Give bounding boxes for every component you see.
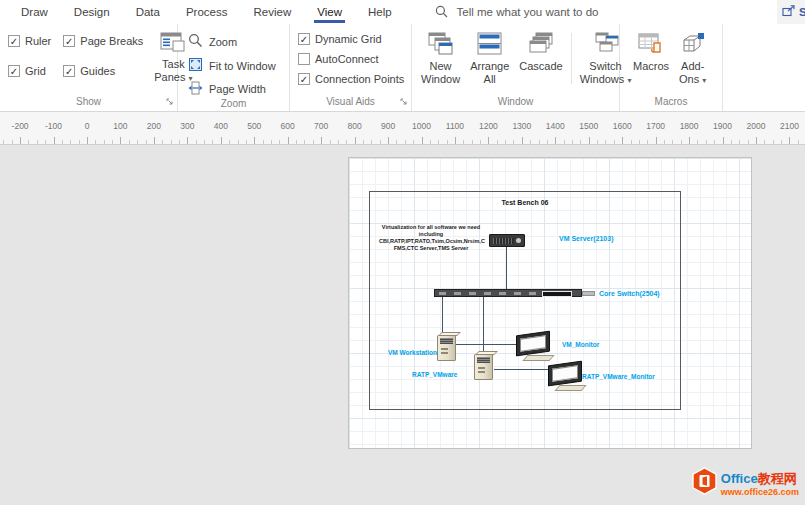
checkbox-connection-points-box[interactable]: ✓ <box>298 73 310 85</box>
drawing-page[interactable]: Test Bench 06 Virtualization for all sof… <box>348 157 752 449</box>
vm-server-shape[interactable] <box>489 234 525 247</box>
ribbon: ✓ Ruler ✓ Grid ✓ Page Breaks ✓ Guides <box>0 24 805 112</box>
ruler-minor-tick <box>70 140 71 144</box>
ruler-tick <box>221 137 222 144</box>
brand-name-blue: Office教程网 <box>721 471 797 486</box>
connector-switch-workstation[interactable] <box>442 297 443 334</box>
diagram-title[interactable]: Test Bench 06 <box>369 199 681 206</box>
label-ratp-vmware[interactable]: RATP_VMware <box>412 371 457 378</box>
tab-process[interactable]: Process <box>173 0 241 24</box>
ruler-minor-tick <box>706 140 707 144</box>
checkbox-ruler-box[interactable]: ✓ <box>8 35 20 47</box>
checkbox-grid[interactable]: ✓ Grid <box>8 64 51 78</box>
checkbox-grid-box[interactable]: ✓ <box>8 65 20 77</box>
tab-help[interactable]: Help <box>355 0 405 24</box>
ruler-minor-tick <box>338 140 339 144</box>
vm-workstation-shape[interactable] <box>437 335 456 361</box>
checkbox-page-breaks[interactable]: ✓ Page Breaks <box>63 34 143 48</box>
ruler-label: 100 <box>113 121 127 131</box>
new-window-button[interactable]: New Window <box>416 28 465 89</box>
tell-me-box[interactable]: Tell me what you want to do <box>435 0 599 24</box>
label-vm-server[interactable]: VM Server(2103) <box>559 235 613 242</box>
checkbox-connection-points[interactable]: ✓ Connection Points <box>298 73 404 85</box>
ruler-minor-tick <box>681 140 682 144</box>
page-width-button[interactable]: Page Width <box>188 81 276 97</box>
ruler-minor-tick <box>731 140 732 144</box>
checkbox-page-breaks-box[interactable]: ✓ <box>63 35 75 47</box>
arrange-all-button[interactable]: Arrange All <box>465 28 514 89</box>
ratp-vmware-monitor-shape[interactable] <box>548 363 586 391</box>
ruler-tick <box>589 137 590 144</box>
arrange-all-label-2: All <box>484 73 496 86</box>
ruler-minor-tick <box>95 140 96 144</box>
ruler-minor-tick <box>12 140 13 144</box>
tab-draw[interactable]: Draw <box>8 0 61 24</box>
connector-vmware-monitor[interactable] <box>494 369 550 370</box>
checkbox-ruler-label: Ruler <box>25 35 51 47</box>
ratp-vmware-shape[interactable] <box>474 354 493 380</box>
checkbox-dynamic-grid-box[interactable]: ✓ <box>298 33 310 45</box>
label-ratp-vmware-monitor[interactable]: RATP_VMware_Monitor <box>582 373 655 380</box>
label-vm-workstation[interactable]: VM Workstation <box>388 349 437 356</box>
ruler-minor-tick <box>505 140 506 144</box>
vm-monitor-shape[interactable] <box>516 333 554 361</box>
ruler-label: 1800 <box>680 121 699 131</box>
ruler-label: 1700 <box>646 121 665 131</box>
ruler-minor-tick <box>37 140 38 144</box>
label-vm-monitor[interactable]: VM_Monitor <box>562 341 599 348</box>
brand-url: www.office26.com <box>721 487 799 497</box>
ruler-minor-tick <box>196 140 197 144</box>
ruler-minor-tick <box>472 140 473 144</box>
tower-top-face <box>475 351 498 355</box>
diagram-note[interactable]: Virtualization for all software we need … <box>379 224 483 252</box>
ruler-minor-tick <box>547 140 548 144</box>
ruler-minor-tick <box>413 140 414 144</box>
ruler-label: 1500 <box>579 121 598 131</box>
tab-design[interactable]: Design <box>61 0 123 24</box>
checkbox-autoconnect-box[interactable] <box>298 53 310 65</box>
ruler-minor-tick <box>396 140 397 144</box>
ruler-label: 1300 <box>512 121 531 131</box>
ruler-minor-tick <box>204 140 205 144</box>
checkbox-guides[interactable]: ✓ Guides <box>63 64 143 78</box>
ruler-label: 1400 <box>546 121 565 131</box>
cascade-button[interactable]: Cascade <box>514 28 567 89</box>
label-core-switch[interactable]: Core Switch(2504) <box>599 290 660 297</box>
tab-data[interactable]: Data <box>123 0 173 24</box>
ruler-minor-tick <box>28 140 29 144</box>
ruler-tick <box>187 137 188 144</box>
ruler-tick <box>321 137 322 144</box>
dialog-launcher-icon[interactable] <box>166 96 174 108</box>
core-switch-shape[interactable] <box>434 289 582 297</box>
tab-review[interactable]: Review <box>241 0 305 24</box>
ruler-minor-tick <box>162 140 163 144</box>
zoom-button[interactable]: Zoom <box>188 33 276 50</box>
ruler-minor-tick <box>296 140 297 144</box>
drawing-canvas[interactable]: Test Bench 06 Virtualization for all sof… <box>0 145 805 505</box>
fit-to-window-icon <box>188 57 203 74</box>
note-line: FMS,CTC Server,TMS Server <box>379 245 483 252</box>
ruler-minor-tick <box>112 140 113 144</box>
connector-server-switch[interactable] <box>506 247 507 289</box>
ruler-tick <box>54 137 55 144</box>
ruler-minor-tick <box>647 140 648 144</box>
macros-button[interactable]: Macros <box>628 28 674 89</box>
new-window-label-2: Window <box>421 73 460 86</box>
share-button[interactable]: Share <box>777 0 805 24</box>
arrange-all-icon <box>477 30 503 60</box>
add-ons-button[interactable]: Add- Ons ▾ <box>674 28 711 89</box>
checkbox-autoconnect-label: AutoConnect <box>315 53 379 65</box>
checkbox-dynamic-grid[interactable]: ✓ Dynamic Grid <box>298 33 404 45</box>
tab-view[interactable]: View <box>304 0 355 24</box>
dialog-launcher-icon[interactable] <box>400 96 408 108</box>
checkbox-guides-box[interactable]: ✓ <box>63 65 75 77</box>
connector-workstation-monitor[interactable] <box>456 344 518 345</box>
checkbox-ruler[interactable]: ✓ Ruler <box>8 34 51 48</box>
checkbox-autoconnect[interactable]: AutoConnect <box>298 53 404 65</box>
ruler-minor-tick <box>3 140 4 144</box>
new-window-icon <box>427 30 454 60</box>
ruler-minor-tick <box>229 140 230 144</box>
cascade-label: Cascade <box>519 60 562 73</box>
fit-to-window-button[interactable]: Fit to Window <box>188 57 276 74</box>
ruler-minor-tick <box>697 140 698 144</box>
